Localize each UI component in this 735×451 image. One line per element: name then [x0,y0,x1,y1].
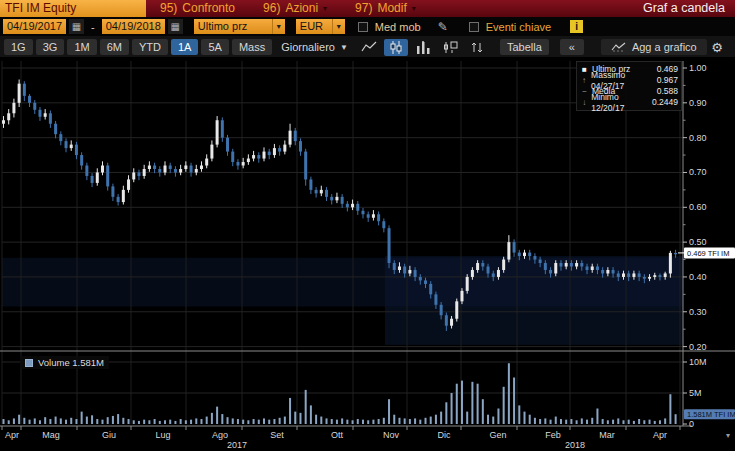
title-bar: TFI IM Equity 95) Confronto 96) Azioni ▾… [0,0,735,17]
svg-text:10M: 10M [689,357,707,367]
sort-arrows-button[interactable] [465,39,489,56]
calendar-icon[interactable]: ▦ [168,19,183,34]
svg-text:0.20: 0.20 [689,342,707,352]
range-button-1a-selected[interactable]: 1A [171,39,198,55]
add-to-chart-button[interactable]: Agg a grafico [601,39,707,55]
svg-text:Mar: Mar [599,430,615,440]
svg-text:Dic: Dic [438,430,451,440]
up-down-arrows-icon [470,41,484,54]
range-button-mass[interactable]: Mass [232,39,272,55]
chart-toolbar: 1G 3G 1M 6M YTD 1A 5A Mass Giornaliero ▼ [0,36,735,58]
gear-icon[interactable]: ⚙ [711,40,723,55]
line-chart-icon [361,41,377,53]
svg-text:Ott: Ott [331,430,344,440]
chevron-down-icon: ▾ [412,0,416,17]
collapse-button[interactable]: « [560,39,584,55]
arrow-down-icon: ↓ [580,97,588,108]
svg-text:0.30: 0.30 [689,307,707,317]
chart-pane: 1.000.900.800.700.600.500.400.300.2010M5… [0,57,735,451]
svg-text:0.90: 0.90 [689,98,707,108]
svg-text:0.50: 0.50 [689,237,707,247]
menu-number: 96) [263,0,280,17]
range-button-1m[interactable]: 1M [67,39,96,55]
info-icon[interactable]: i [570,20,583,33]
svg-text:1.00: 1.00 [689,63,707,73]
candlestick-chart[interactable]: 1.000.900.800.700.600.500.400.300.2010M5… [0,57,735,451]
range-button-6m[interactable]: 6M [100,39,129,55]
page-title: Graf a candela [643,0,735,17]
med-mob-label: Med mob [375,21,421,33]
chevron-down-icon: ▾ [323,0,327,17]
svg-text:2018: 2018 [565,440,585,450]
svg-text:0: 0 [689,419,694,429]
menu-label: Azioni [285,0,318,17]
price-field-select[interactable]: Ultimo prz [194,19,272,34]
menu-number: 97) [355,0,372,17]
menu-label: Modif [377,0,406,17]
pencil-icon[interactable]: ✎ [438,20,448,34]
dash-icon: − [580,86,589,97]
line-chart-button[interactable] [357,39,381,56]
svg-text:0.469 TFI IM: 0.469 TFI IM [687,249,729,258]
legend-label: Minimo 12/20/17 [591,92,649,114]
svg-text:Apr: Apr [5,430,19,440]
chart-legend: ■ Ultimo prz 0.469 ↑ Massimo 04/27/17 0.… [576,61,682,111]
arrow-up-icon: ↑ [580,75,588,86]
svg-text:0.60: 0.60 [689,202,707,212]
volume-legend-label: Volume 1.581M [38,357,104,368]
svg-text:Giu: Giu [102,430,116,440]
ticker-field[interactable]: TFI IM Equity [0,0,146,17]
eventi-chiave-label: Eventi chiave [486,21,551,33]
candle-window-button[interactable] [438,39,462,56]
period-label: Giornaliero [281,41,335,53]
svg-text:Feb: Feb [545,430,561,440]
date-from-field[interactable]: 04/19/2017 [3,19,66,34]
calendar-icon[interactable]: ▦ [69,19,84,34]
legend-value: 0.967 [657,75,678,86]
volume-series-icon [25,359,33,367]
svg-text:Ago: Ago [212,430,228,440]
svg-text:Lug: Lug [155,430,170,440]
range-button-ytd[interactable]: YTD [132,39,168,55]
currency-select[interactable]: EUR [296,19,332,34]
svg-text:1.581M TFI IM: 1.581M TFI IM [687,410,735,419]
add-to-chart-label: Agg a grafico [632,41,697,53]
bloomberg-chart-window: TFI IM Equity 95) Confronto 96) Azioni ▾… [0,0,735,451]
bar-chart-icon [415,41,431,54]
legend-value: 0.588 [657,86,678,97]
legend-row: ↓ Minimo 12/20/17 0.2449 [580,97,678,108]
mini-chart-icon [611,42,626,52]
candle-chart-button-selected[interactable] [384,39,408,56]
menu-confronto[interactable]: 95) Confronto [146,0,249,17]
svg-text:0.70: 0.70 [689,167,707,177]
range-button-1g[interactable]: 1G [4,39,33,55]
table-button[interactable]: Tabella [500,39,549,55]
volume-bars-button[interactable] [411,39,435,56]
svg-text:2017: 2017 [227,440,247,450]
chevron-down-icon: ▼ [340,39,348,56]
period-select[interactable]: Giornaliero ▼ [275,39,354,55]
date-range-separator: - [87,21,99,33]
candle-window-icon [442,41,458,54]
range-button-5a[interactable]: 5A [201,39,228,55]
menu-azioni[interactable]: 96) Azioni ▾ [249,0,341,17]
svg-text:Set: Set [270,430,284,440]
legend-value: 0.2449 [652,97,678,108]
range-button-3g[interactable]: 3G [36,39,65,55]
svg-text:0.40: 0.40 [689,272,707,282]
control-bar: 04/19/2017 ▦ - 04/19/2018 ▦ Ultimo prz ▼… [0,17,735,36]
series-square-icon: ■ [580,64,589,75]
candlestick-icon [388,41,404,54]
eventi-chiave-checkbox[interactable] [469,22,479,32]
menu-modif[interactable]: 97) Modif ▾ [341,0,430,17]
svg-text:5M: 5M [689,388,702,398]
svg-text:Mag: Mag [42,430,60,440]
chevron-down-icon[interactable]: ▼ [332,19,345,34]
svg-text:Gen: Gen [489,430,506,440]
date-to-field[interactable]: 04/19/2018 [102,19,165,34]
svg-text:0.80: 0.80 [689,133,707,143]
legend-value: 0.469 [657,64,678,75]
svg-text:Nov: Nov [383,430,400,440]
chevron-down-icon[interactable]: ▼ [272,19,285,34]
med-mob-checkbox[interactable] [358,22,368,32]
